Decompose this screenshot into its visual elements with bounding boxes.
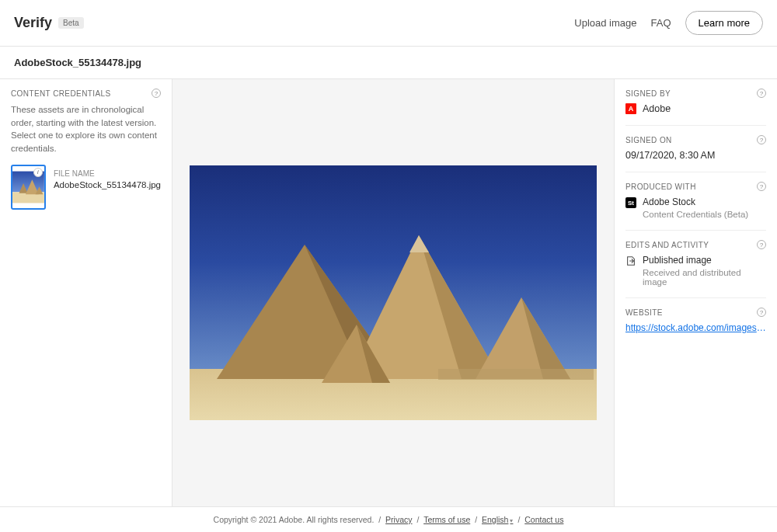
thumbnail-labels: FILE NAME AdobeStock_55134478.jpg [54,165,161,190]
adobe-stock-icon: St [625,197,636,208]
main-image [190,165,597,420]
website-label: WEBSITE [625,308,663,317]
file-name-value: AdobeStock_55134478.jpg [54,180,161,190]
privacy-link[interactable]: Privacy [385,515,412,524]
edits-activity-label: EDITS AND ACTIVITY [625,241,709,249]
adobe-logo-icon: A [625,103,636,114]
right-panel: SIGNED BY ? A Adobe SIGNED ON ? 09/17/20… [614,79,777,506]
produced-with-subtext: Content Credentials (Beta) [643,210,748,219]
info-icon: i [33,168,43,177]
help-icon[interactable]: ? [152,89,161,98]
beta-badge: Beta [58,17,84,29]
page-footer: Copyright © 2021 Adobe. All rights reser… [0,506,777,532]
publish-icon [625,256,636,266]
image-viewer [172,79,614,506]
signed-on-label: SIGNED ON [625,136,672,144]
produced-with-value: Adobe Stock [643,196,748,207]
activity-subtext: Received and distributed image [643,268,766,287]
file-name-label: FILE NAME [54,169,161,178]
asset-thumbnail[interactable]: i [11,165,46,210]
produced-with-label: PRODUCED WITH [625,183,696,191]
signed-by-label: SIGNED BY [625,89,671,98]
signed-by-value: Adobe [643,103,671,114]
credentials-description: These assets are in chronological order,… [11,103,161,155]
help-icon[interactable]: ? [757,135,766,144]
help-icon[interactable]: ? [757,89,766,98]
terms-link[interactable]: Terms of use [423,515,470,524]
signed-on-value: 09/17/2020, 8:30 AM [625,150,766,161]
learn-more-button[interactable]: Learn more [685,11,763,35]
help-icon[interactable]: ? [757,308,766,317]
content-credentials-label: CONTENT CREDENTIALS [11,89,111,98]
activity-value: Published image [643,255,766,266]
help-icon[interactable]: ? [757,240,766,249]
language-selector[interactable]: English▾ [482,515,513,524]
pyramids-image [190,165,597,420]
content-region: CONTENT CREDENTIALS ? These assets are i… [0,79,777,506]
filename-bar: AdobeStock_55134478.jpg [0,47,777,79]
upload-image-link[interactable]: Upload image [574,17,636,29]
header-right: Upload image FAQ Learn more [574,11,763,35]
left-panel: CONTENT CREDENTIALS ? These assets are i… [0,79,172,506]
app-header: Verify Beta Upload image FAQ Learn more [0,0,777,47]
help-icon[interactable]: ? [757,182,766,191]
svg-rect-16 [438,369,594,380]
website-link[interactable]: https://stock.adobe.com/images/Image-55I… [625,322,766,333]
brand-title: Verify [14,15,52,31]
contact-link[interactable]: Contact us [524,515,563,524]
copyright-text: Copyright © 2021 Adobe. All rights reser… [214,515,375,524]
brand-block: Verify Beta [14,15,84,31]
asset-thumbnail-row: i FILE NAME AdobeStock_55134478.jpg [11,165,161,210]
faq-link[interactable]: FAQ [651,17,671,29]
